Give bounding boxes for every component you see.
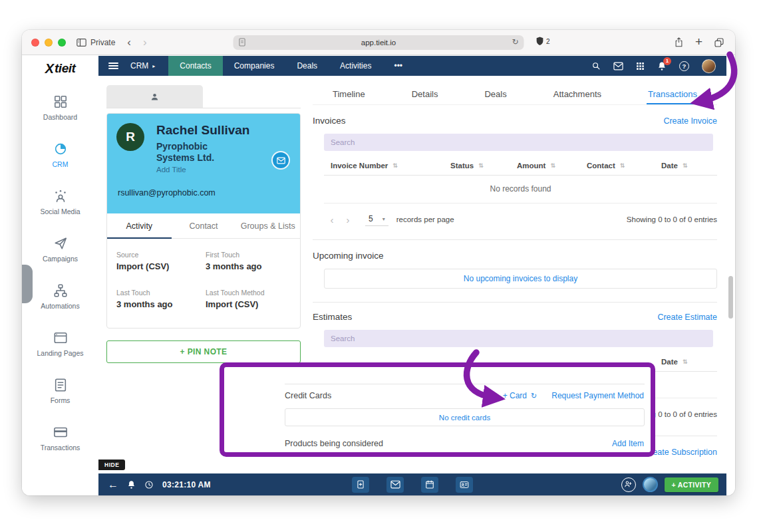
tab-activity[interactable]: Activity	[107, 213, 172, 239]
new-note-icon[interactable]	[352, 477, 369, 493]
sort-icon: ⇅	[478, 162, 484, 169]
tab-timeline[interactable]: Timeline	[331, 85, 367, 104]
next-page-button[interactable]: ›	[340, 214, 356, 225]
section-divider	[313, 302, 717, 303]
sidebar-item-label: Automations	[41, 302, 79, 310]
add-item-link[interactable]: Add Item	[612, 439, 644, 448]
nav-tab-activities[interactable]: Activities	[329, 56, 382, 76]
close-window-button[interactable]	[31, 39, 39, 47]
privacy-report[interactable]: 2	[536, 37, 550, 46]
sidebar-item-transactions[interactable]: Transactions	[22, 414, 98, 462]
sort-icon: ⇅	[683, 162, 688, 169]
help-icon[interactable]: ?	[679, 61, 689, 71]
nav-tab-contacts[interactable]: Contacts	[168, 56, 222, 76]
record-tabs: Timeline Details Deals Attachments Trans…	[313, 85, 717, 105]
send-email-button[interactable]	[271, 151, 290, 170]
tab-attachments[interactable]: Attachments	[552, 85, 603, 104]
per-page-select[interactable]: 5 ▾	[365, 213, 388, 226]
column-status[interactable]: Status⇅	[444, 162, 510, 170]
footer-mail-icon[interactable]	[386, 477, 404, 493]
user-avatar[interactable]	[702, 59, 716, 73]
private-browsing-chip[interactable]: Private	[76, 38, 115, 47]
per-page-label: records per page	[396, 215, 454, 223]
contact-card-tabs: Activity Contact Groups & Lists	[107, 213, 300, 239]
app-logo[interactable]: X tieit	[22, 57, 98, 80]
new-tab-button[interactable]: +	[695, 35, 702, 48]
tab-contact[interactable]: Contact	[172, 213, 236, 238]
create-estimate-link[interactable]: Create Estimate	[657, 313, 717, 322]
refresh-icon[interactable]: ↻	[531, 392, 537, 400]
sidebar-item-crm[interactable]: CRM	[22, 131, 98, 178]
search-icon[interactable]	[591, 61, 601, 70]
tab-groups-lists[interactable]: Groups & Lists	[235, 213, 300, 238]
nav-tab-more[interactable]: •••	[382, 56, 414, 76]
tab-transactions[interactable]: Transactions	[647, 85, 698, 104]
sidebar-item-label: Social Media	[40, 207, 80, 215]
column-amount[interactable]: Amount⇅	[510, 162, 580, 170]
footer-user-avatar[interactable]	[643, 477, 658, 492]
invoices-table-header: Invoice Number⇅ Status⇅ Amount⇅ Contact⇅…	[324, 162, 717, 176]
landing-page-icon	[53, 331, 68, 345]
estimates-section-header: Estimates Create Estimate	[313, 312, 717, 322]
create-invoice-link[interactable]: Create Invoice	[663, 116, 717, 126]
nav-tab-deals[interactable]: Deals	[285, 56, 329, 76]
add-activity-button[interactable]: + ACTIVITY	[665, 477, 719, 492]
dashboard-icon	[53, 94, 68, 109]
social-media-icon	[53, 189, 68, 203]
mail-icon[interactable]	[613, 62, 623, 70]
notifications-bell-icon[interactable]: 1	[657, 61, 667, 71]
scrollbar-track	[726, 56, 735, 495]
credit-cards-empty-message: No credit cards	[285, 408, 645, 426]
reload-icon[interactable]: ↻	[512, 37, 518, 47]
forward-button[interactable]: ›	[143, 37, 147, 48]
footer-bell-icon[interactable]	[127, 480, 136, 489]
share-icon[interactable]	[674, 37, 684, 48]
sidebar-item-social-media[interactable]: Social Media	[22, 178, 98, 225]
estimates-search-input[interactable]	[324, 330, 713, 347]
apps-grid-icon[interactable]	[636, 62, 645, 70]
column-invoice-number[interactable]: Invoice Number⇅	[324, 162, 444, 170]
sidebar-item-landing-pages[interactable]: Landing Pages	[22, 320, 98, 367]
contact-profile-tab[interactable]	[106, 85, 203, 108]
sidebar-item-dashboard[interactable]: Dashboard	[22, 84, 98, 131]
nav-tab-companies[interactable]: Companies	[223, 56, 286, 76]
column-contact[interactable]: Contact⇅	[580, 162, 655, 170]
automations-icon	[53, 283, 68, 298]
pin-note-button[interactable]: + PIN NOTE	[106, 340, 301, 363]
prev-page-button[interactable]: ‹	[324, 214, 340, 225]
address-bar[interactable]: app.tieit.io ↻	[233, 35, 524, 50]
url-text: app.tieit.io	[361, 39, 396, 47]
add-person-icon[interactable]	[621, 477, 636, 492]
back-arrow-icon[interactable]: ←	[108, 479, 118, 490]
invoices-section-header: Invoices Create Invoice	[313, 116, 717, 126]
scrollbar-thumb[interactable]	[728, 276, 733, 319]
back-button[interactable]: ‹	[127, 37, 131, 48]
sidebar-item-forms[interactable]: Forms	[22, 367, 98, 414]
field-value: Import (CSV)	[206, 299, 291, 309]
invoices-search-input[interactable]	[324, 134, 713, 151]
sidebar-item-campaigns[interactable]: Campaigns	[22, 225, 98, 273]
field-last-touch-method: Last Touch Method Import (CSV)	[206, 289, 291, 309]
request-payment-method-link[interactable]: Request Payment Method	[551, 391, 644, 400]
calendar-icon[interactable]	[421, 477, 438, 493]
add-card-link[interactable]: + Card ↻	[503, 391, 537, 400]
contact-email: rsullivan@pyrophobic.com	[118, 188, 216, 198]
zoom-window-button[interactable]	[58, 39, 66, 47]
column-date[interactable]: Date⇅	[655, 358, 717, 366]
page-icon	[239, 38, 246, 47]
hamburger-menu-icon[interactable]	[108, 61, 118, 71]
minimize-window-button[interactable]	[45, 39, 53, 47]
crm-module-switcher[interactable]: CRM ▸	[130, 61, 155, 70]
sidebar-item-label: Landing Pages	[37, 349, 83, 357]
add-title-link[interactable]: Add Title	[156, 166, 291, 174]
sidebar-item-label: Dashboard	[43, 113, 77, 121]
hide-sidebar-button[interactable]: HIDE	[98, 460, 125, 470]
tab-overview-icon[interactable]	[714, 37, 724, 48]
sidebar-item-automations[interactable]: Automations	[22, 273, 98, 320]
sort-icon: ⇅	[683, 358, 688, 365]
column-date[interactable]: Date⇅	[655, 162, 717, 170]
tab-deals[interactable]: Deals	[483, 85, 508, 104]
contacts-card-icon[interactable]	[456, 477, 473, 493]
sidebar-collapse-handle[interactable]	[22, 265, 33, 303]
tab-details[interactable]: Details	[410, 85, 440, 104]
